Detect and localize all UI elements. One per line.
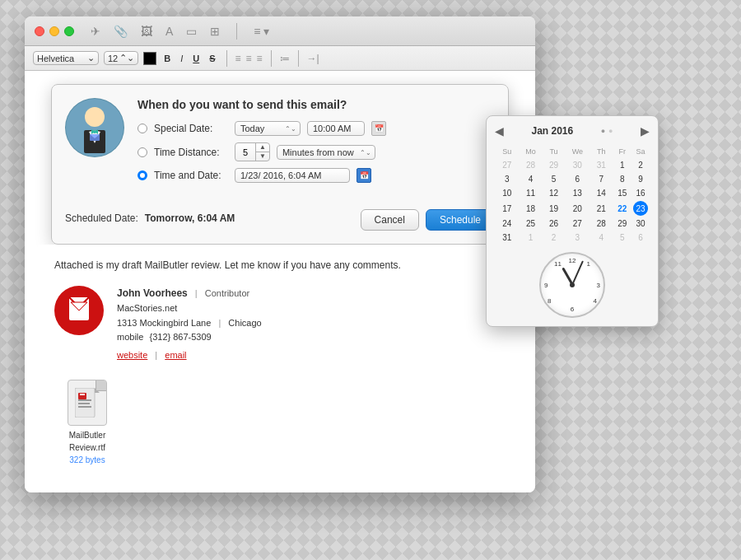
calendar-day[interactable]: 1 [613,159,631,171]
calendar-day[interactable]: 31 [496,231,517,244]
calendar-day[interactable]: 4 [591,231,612,244]
close-button[interactable] [35,26,44,36]
calendar-day[interactable]: 2 [544,231,564,244]
attachment-size: 322 bytes [69,454,105,466]
time-and-date-radio[interactable] [137,170,147,180]
special-date-dropdown[interactable]: Today ⌃⌄ [235,121,301,136]
calendar-day[interactable]: 19 [544,201,564,216]
sig-city: Chicago [228,318,261,328]
calendar-day[interactable]: 31 [591,159,612,171]
calendar-day[interactable]: 18 [519,201,542,216]
special-date-radio[interactable] [137,124,147,133]
indent-icon[interactable]: →| [307,53,319,64]
svg-rect-21 [80,394,85,395]
color-picker[interactable] [143,52,156,65]
calendar-day[interactable]: 28 [519,159,542,171]
time-distance-label: Time Distance: [154,147,228,158]
calendar-day[interactable]: 28 [591,217,612,230]
stepper-down-button[interactable]: ▼ [256,152,269,161]
align-center-icon[interactable]: ≡ [246,53,252,64]
scheduled-value: Tomorrow, 6:04 AM [145,212,235,224]
calendar-day[interactable]: 25 [519,217,542,230]
window-icon[interactable]: ▭ [186,25,197,38]
calendar-day[interactable]: 3 [496,173,517,185]
calendar-day[interactable]: 23 [633,201,648,216]
font-size-select[interactable]: 12 ⌃⌄ [104,51,138,65]
calendar-day[interactable]: 12 [544,187,564,199]
cancel-button[interactable]: Cancel [361,209,419,231]
align-left-icon[interactable]: ≡ [235,53,241,64]
minimize-button[interactable] [49,26,59,36]
font-family-select[interactable]: Helvetica ⌄ [33,51,99,65]
calendar-day[interactable]: 6 [633,231,648,244]
photo-icon[interactable]: 🖼 [141,25,152,38]
calendar-day[interactable]: 26 [544,217,564,230]
calendar-day[interactable]: 5 [544,173,564,185]
underline-button[interactable]: U [190,54,202,63]
send-icon[interactable]: ✈ [91,25,100,38]
website-link[interactable]: website [117,350,147,360]
stepper-up-button[interactable]: ▲ [256,143,269,152]
calendar-day[interactable]: 8 [613,173,631,185]
calendar-day[interactable]: 3 [566,231,590,244]
align-right-icon[interactable]: ≡ [257,53,263,64]
calendar-day[interactable]: 30 [633,217,648,230]
calendar-day[interactable]: 7 [591,173,612,185]
calendar-day[interactable]: 20 [566,201,590,216]
calendar-day[interactable]: 24 [496,217,517,230]
strikethrough-button[interactable]: S [207,54,217,63]
italic-button[interactable]: I [178,54,185,63]
calendar-day[interactable]: 30 [566,159,590,171]
schedule-button[interactable]: Schedule [426,209,495,231]
calendar-day[interactable]: 29 [544,159,564,171]
email-body: Attached is my draft MailButler review. … [38,245,522,479]
calendar-day[interactable]: 17 [496,201,517,216]
email-link[interactable]: email [165,350,186,360]
calendar-day[interactable]: 13 [566,187,590,199]
calendar-next-button[interactable]: ▶ [641,124,650,138]
calendar-day[interactable]: 6 [566,173,590,185]
calendar-day[interactable]: 5 [613,231,631,244]
time-unit-dropdown[interactable]: Minutes from now ⌃⌄ [277,145,375,160]
special-date-time[interactable]: 10:00 AM [307,121,365,136]
time-distance-radio[interactable] [137,147,147,157]
calendar-day[interactable]: 21 [591,201,612,216]
time-distance-stepper[interactable]: 5 ▲ ▼ [235,142,270,161]
calendar-day[interactable]: 27 [496,159,517,171]
special-date-calendar-icon[interactable]: 📅 [371,121,386,136]
date-input-field[interactable]: 1/23/ 2016, 6:04 AM [235,168,350,183]
maximize-button[interactable] [64,26,74,36]
list-icon[interactable]: ≡ ▾ [254,25,269,38]
attachment-icon[interactable] [68,380,107,426]
calendar-day[interactable]: 1 [519,231,542,244]
calendar-month-label: Jan 2016 [531,125,573,137]
signature-logo [54,286,104,335]
col-th: Th [591,146,612,157]
calendar-day[interactable]: 11 [519,187,542,199]
calendar-day[interactable]: 14 [591,187,612,199]
calendar-week-4: 24252627282930 [496,217,648,230]
scheduled-date-display: Scheduled Date: Tomorrow, 6:04 AM [65,212,235,224]
svg-marker-16 [95,388,100,393]
svg-rect-18 [78,403,90,404]
calendar-day[interactable]: 16 [633,187,648,199]
grid-icon[interactable]: ⊞ [210,25,220,38]
attach-icon[interactable]: 📎 [114,25,128,38]
list-format-icon[interactable]: ≔ [280,53,290,64]
dialog-title: When do you want to send this email? [137,98,495,111]
bold-button[interactable]: B [161,54,173,63]
dialog-options: When do you want to send this email? Spe… [137,98,495,189]
calendar-day[interactable]: 27 [566,217,590,230]
calendar-day[interactable]: 9 [633,173,648,185]
calendar-day[interactable]: 29 [613,217,631,230]
calendar-day[interactable]: 4 [519,173,542,185]
calendar-day[interactable]: 15 [613,187,631,199]
font-icon[interactable]: A [165,25,173,38]
time-and-date-calendar-icon[interactable]: 📅 [357,168,371,183]
sig-title: Contributor [205,288,249,298]
calendar-day[interactable]: 2 [633,159,648,171]
calendar-prev-button[interactable]: ◀ [495,124,504,138]
calendar-day[interactable]: 22 [613,201,631,216]
time-and-date-row: Time and Date: 1/23/ 2016, 6:04 AM 📅 [137,168,495,183]
calendar-day[interactable]: 10 [496,187,517,199]
